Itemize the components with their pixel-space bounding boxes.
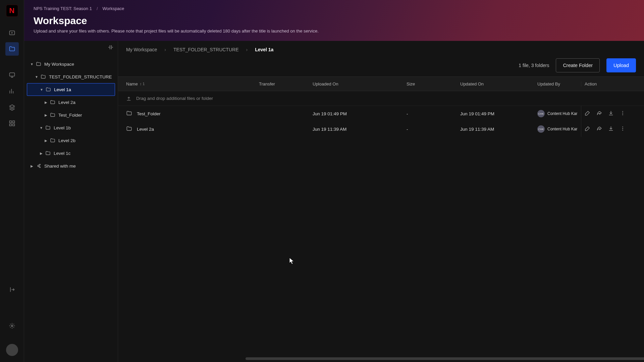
mouse-cursor-icon xyxy=(289,257,294,265)
tree-level-1a[interactable]: ▼Level 1a xyxy=(27,83,115,96)
breadcrumb: NPS Training TEST: Season 1 / Workspace xyxy=(34,6,635,11)
tree-level-1c[interactable]: ▶Level 1c xyxy=(27,147,115,160)
download-icon[interactable] xyxy=(608,110,614,117)
user-avatar-small: CHK xyxy=(537,110,545,117)
table-header: Name↕ 1 Transfer Uploaded On Size Update… xyxy=(118,76,644,91)
col-updated-on[interactable]: Updated On xyxy=(460,81,537,86)
page-title: Workspace xyxy=(34,15,635,26)
row-uploaded: Jun 19 11:39 AM xyxy=(313,127,407,132)
tree-level-2b[interactable]: ▶Level 2b xyxy=(27,134,115,147)
tree-label: Level 1b xyxy=(54,125,71,130)
table-row[interactable]: Test_Folder Jun 19 01:49 PM - Jun 19 01:… xyxy=(118,106,644,121)
row-name: Level 2a xyxy=(137,127,154,132)
tree-label: My Workspace xyxy=(44,62,74,67)
nav-folder-icon[interactable] xyxy=(5,42,19,56)
sort-indicator-icon: ↕ 1 xyxy=(140,82,145,86)
left-nav-rail: N xyxy=(0,0,24,362)
drop-zone[interactable]: Drag and drop additional files or folder xyxy=(118,91,644,106)
user-avatar-small: CHK xyxy=(537,125,545,133)
user-avatar[interactable] xyxy=(6,344,18,356)
upload-button[interactable]: Upload xyxy=(606,58,636,72)
col-updated-by[interactable]: Updated By xyxy=(537,81,581,86)
nav-grid-icon[interactable] xyxy=(5,117,19,130)
breadcrumb-separator: / xyxy=(97,6,98,11)
row-size: - xyxy=(407,127,460,132)
col-name[interactable]: Name↕ 1 xyxy=(118,81,259,86)
nav-monitor-icon[interactable] xyxy=(5,68,19,82)
col-uploaded-on[interactable]: Uploaded On xyxy=(313,81,407,86)
tree-label: TEST_FOLDER_STRUCTURE xyxy=(49,74,112,79)
more-icon[interactable] xyxy=(620,126,626,132)
tree-label: Level 2a xyxy=(58,100,75,105)
row-uploaded: Jun 19 01:49 PM xyxy=(313,111,407,116)
row-updated: Jun 19 11:39 AM xyxy=(460,127,537,132)
edit-icon[interactable] xyxy=(585,110,590,117)
tree-level-1b[interactable]: ▼Level 1b xyxy=(27,121,115,134)
tree-label: Test_Folder xyxy=(58,113,82,118)
share-icon[interactable] xyxy=(596,110,602,117)
path-breadcrumb: My Workspace › TEST_FOLDER_STRUCTURE › L… xyxy=(118,41,644,58)
row-name: Test_Folder xyxy=(137,111,161,116)
folder-tree-panel: ▼My Workspace ▼TEST_FOLDER_STRUCTURE ▼Le… xyxy=(24,41,118,362)
row-updated-by: Content Hub Kar xyxy=(547,127,577,131)
tree-label: Shared with me xyxy=(44,164,76,169)
crumb-current: Level 1a xyxy=(255,47,273,52)
nav-sidebar-toggle-icon[interactable] xyxy=(5,283,19,296)
col-size[interactable]: Size xyxy=(407,81,460,86)
row-size: - xyxy=(407,111,460,116)
table-row[interactable]: Level 2a Jun 19 11:39 AM - Jun 19 11:39 … xyxy=(118,121,644,137)
nav-play-icon[interactable] xyxy=(5,26,19,40)
chevron-right-icon: › xyxy=(246,47,248,52)
breadcrumb-section: Workspace xyxy=(103,6,124,11)
col-action: Action xyxy=(581,81,644,86)
edit-icon[interactable] xyxy=(585,126,590,132)
folder-icon xyxy=(126,126,132,133)
download-icon[interactable] xyxy=(608,126,614,132)
upload-icon xyxy=(126,96,131,101)
item-count: 1 file, 3 folders xyxy=(519,63,549,68)
folder-icon xyxy=(126,110,132,117)
file-table: Name↕ 1 Transfer Uploaded On Size Update… xyxy=(118,76,644,362)
nav-layers-icon[interactable] xyxy=(5,101,19,114)
page-header: NPS Training TEST: Season 1 / Workspace … xyxy=(24,0,644,41)
nav-chart-icon[interactable] xyxy=(5,84,19,98)
crumb-my-workspace[interactable]: My Workspace xyxy=(126,47,157,52)
tree-level-2a[interactable]: ▶Level 2a xyxy=(27,96,115,109)
tree-test-folder[interactable]: ▶Test_Folder xyxy=(27,109,115,121)
col-transfer[interactable]: Transfer xyxy=(259,81,313,86)
row-updated: Jun 19 01:49 PM xyxy=(460,111,537,116)
create-folder-button[interactable]: Create Folder xyxy=(556,58,600,72)
share-icon[interactable] xyxy=(596,126,602,132)
page-subtitle: Upload and share your files with others.… xyxy=(34,28,635,34)
collapse-tree-icon[interactable] xyxy=(108,44,114,52)
crumb-test-folder-structure[interactable]: TEST_FOLDER_STRUCTURE xyxy=(173,47,238,52)
breadcrumb-project[interactable]: NPS Training TEST: Season 1 xyxy=(34,6,92,11)
row-updated-by: Content Hub Kar xyxy=(547,111,577,116)
tree-label: Level 2b xyxy=(58,138,75,143)
more-icon[interactable] xyxy=(620,110,626,117)
tree-my-workspace[interactable]: ▼My Workspace xyxy=(27,58,115,70)
tree-test-folder-structure[interactable]: ▼TEST_FOLDER_STRUCTURE xyxy=(27,70,115,83)
chevron-right-icon: › xyxy=(164,47,166,52)
horizontal-scrollbar[interactable] xyxy=(246,357,644,360)
drop-hint-text: Drag and drop additional files or folder xyxy=(136,96,213,101)
brand-logo[interactable]: N xyxy=(6,5,18,17)
nav-settings-icon[interactable] xyxy=(5,319,19,333)
tree-label: Level 1a xyxy=(54,87,71,92)
tree-shared-with-me[interactable]: ▶Shared with me xyxy=(27,160,115,172)
tree-label: Level 1c xyxy=(54,151,70,156)
